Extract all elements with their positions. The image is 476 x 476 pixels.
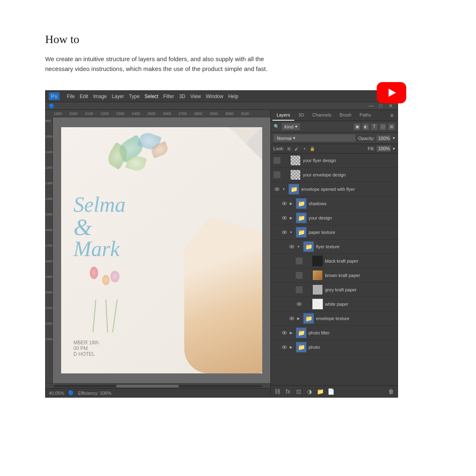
lock-brush-icon[interactable]: 🖌 <box>293 145 300 152</box>
tab-paths[interactable]: Paths <box>355 110 375 121</box>
layers-panel-menu-button[interactable]: ≡ <box>388 110 396 120</box>
close-button[interactable]: ✕ <box>387 103 394 109</box>
layer-expand-toggle[interactable]: ▶ <box>288 216 294 220</box>
layer-expand-toggle[interactable]: ▶ <box>288 345 294 349</box>
menu-view[interactable]: View <box>190 94 201 99</box>
menu-help[interactable]: Help <box>228 94 238 99</box>
layer-thumbnail <box>312 299 323 309</box>
layers-tabs-left: Layers 3D Channels Brush Paths <box>272 110 375 121</box>
layers-list: your flyer design your envelope design <box>271 153 398 385</box>
layer-visibility-toggle[interactable] <box>281 229 288 236</box>
layer-visibility-toggle[interactable] <box>273 157 281 164</box>
eye-icon <box>289 245 294 248</box>
layer-visibility-toggle[interactable] <box>273 171 281 178</box>
add-adjustment-button[interactable]: ◑ <box>305 387 314 396</box>
ps-ruler-horizontal: 1900 2000 2100 2200 2300 2400 2500 2600 … <box>46 110 270 117</box>
ps-canvas-area: 1900 2000 2100 2200 2300 2400 2500 2600 … <box>46 110 270 397</box>
layer-expand-toggle[interactable]: ▾ <box>288 230 294 234</box>
menu-3d[interactable]: 3D <box>179 94 185 99</box>
menu-window[interactable]: Window <box>206 94 224 99</box>
delete-layer-button[interactable]: 🗑 <box>387 387 395 396</box>
scrollbar-track-h <box>54 385 262 387</box>
layer-visibility-toggle[interactable] <box>281 214 288 222</box>
layer-item[interactable]: ▶ 📁 photo filter <box>271 326 398 340</box>
blend-mode-arrow: ▾ <box>293 135 295 141</box>
ruler-numbers: 1900 2000 2100 2200 2300 2400 2500 2600 … <box>54 112 256 116</box>
scrollbar-thumb-h[interactable] <box>116 385 178 387</box>
youtube-play-button[interactable] <box>377 82 406 103</box>
layer-visibility-toggle[interactable] <box>281 329 288 336</box>
menu-image[interactable]: Image <box>93 94 107 99</box>
eye-icon <box>282 202 287 205</box>
screenshot-wrapper: Ps File Edit Image Layer Type Select Fil… <box>45 90 398 398</box>
menu-filter[interactable]: Filter <box>163 94 174 99</box>
layer-thumbnail <box>312 256 323 266</box>
ps-titlebar: 🔵 — □ ✕ <box>46 102 398 110</box>
new-layer-button[interactable]: 📄 <box>327 387 335 396</box>
blend-mode-dropdown[interactable]: Normal ▾ <box>273 134 356 142</box>
tab-brush[interactable]: Brush <box>336 110 356 121</box>
filter-smartobject-icon[interactable]: ⊞ <box>388 123 395 130</box>
rv-1400: 1400 <box>46 197 53 213</box>
layer-expand-toggle[interactable]: ▾ <box>295 245 301 249</box>
layer-item[interactable]: grey kraft paper <box>271 283 398 297</box>
lock-all-icon[interactable]: 🔒 <box>309 145 316 152</box>
layer-item[interactable]: brown kraft paper <box>271 268 398 283</box>
layer-item[interactable]: black kraft paper <box>271 254 398 268</box>
layer-item[interactable]: white paper <box>271 297 398 311</box>
layer-item[interactable]: ▶ 📁 your design <box>271 211 398 225</box>
tab-3d[interactable]: 3D <box>294 110 308 121</box>
tab-layers[interactable]: Layers <box>272 110 294 121</box>
menu-type[interactable]: Type <box>129 94 140 99</box>
menu-file[interactable]: File <box>67 94 75 99</box>
layer-item[interactable]: ▶ 📁 envelope texture <box>271 311 398 326</box>
layer-item[interactable]: your flyer design <box>271 153 398 168</box>
event-details: MBER 18th 00 PM D HOTEL <box>73 340 98 357</box>
layer-expand-toggle[interactable]: ▶ <box>295 316 301 320</box>
opacity-input[interactable]: 100% <box>376 135 391 142</box>
fill-input[interactable]: 100% <box>376 145 391 152</box>
petal-pink <box>90 267 98 279</box>
layer-expand-toggle[interactable]: ▶ <box>288 201 294 206</box>
layer-visibility-toggle[interactable] <box>295 286 303 293</box>
layer-visibility-toggle[interactable] <box>295 272 303 279</box>
fill-row: Fill: 100% ▾ <box>368 145 395 152</box>
ps-scrollbar-horizontal[interactable] <box>46 383 270 388</box>
menu-select[interactable]: Select <box>144 94 158 99</box>
maximize-button[interactable]: □ <box>377 103 384 109</box>
layer-visibility-toggle[interactable] <box>288 315 295 322</box>
lock-position-icon[interactable]: + <box>301 145 308 152</box>
menu-layer[interactable]: Layer <box>112 94 124 99</box>
layers-filter-row: 🔍 Kind ▾ ▣ ◐ T ⬠ ⊞ <box>271 121 398 133</box>
add-mask-button[interactable]: ⊡ <box>295 387 303 396</box>
layer-expand-toggle[interactable]: ▾ <box>281 187 286 191</box>
layer-visibility-toggle[interactable] <box>281 343 288 351</box>
filter-type-icon[interactable]: T <box>371 123 378 130</box>
layer-visibility-toggle[interactable] <box>288 243 295 250</box>
layers-panel: Layers 3D Channels Brush Paths ≡ 🔍 Kind … <box>270 110 398 397</box>
minimize-button[interactable]: — <box>367 103 375 109</box>
new-group-button[interactable]: 📁 <box>316 387 324 396</box>
link-layers-button[interactable]: ⛓ <box>273 387 281 396</box>
layer-visibility-toggle[interactable] <box>295 300 303 308</box>
layer-name: black kraft paper <box>325 259 395 263</box>
layer-item[interactable]: ▶ 📁 shadows <box>271 197 398 211</box>
layer-expand-toggle[interactable]: ▶ <box>288 331 294 335</box>
layer-item[interactable]: ▾ 📁 paper texture <box>271 225 398 240</box>
layer-visibility-toggle[interactable] <box>273 185 281 193</box>
layer-item[interactable]: your envelope design <box>271 168 398 182</box>
layer-item[interactable]: ▶ 📁 photo <box>271 340 398 355</box>
lock-pixels-icon[interactable]: ⊞ <box>286 145 292 152</box>
layer-item[interactable]: ▾ 📁 envelope opened with flyer <box>271 182 398 197</box>
filter-kind-dropdown[interactable]: Kind ▾ <box>281 123 300 130</box>
filter-shape-icon[interactable]: ⬠ <box>379 123 387 130</box>
add-layer-style-button[interactable]: fx <box>284 387 292 396</box>
layer-visibility-toggle[interactable] <box>281 200 288 207</box>
tab-channels[interactable]: Channels <box>308 110 335 121</box>
filter-pixel-icon[interactable]: ▣ <box>353 123 361 130</box>
menu-edit[interactable]: Edit <box>80 94 88 99</box>
layer-item[interactable]: ▾ 📁 flyer texture <box>271 240 398 254</box>
layer-visibility-toggle[interactable] <box>295 257 303 265</box>
filter-adjustment-icon[interactable]: ◐ <box>362 123 369 130</box>
eye-icon <box>282 216 287 220</box>
